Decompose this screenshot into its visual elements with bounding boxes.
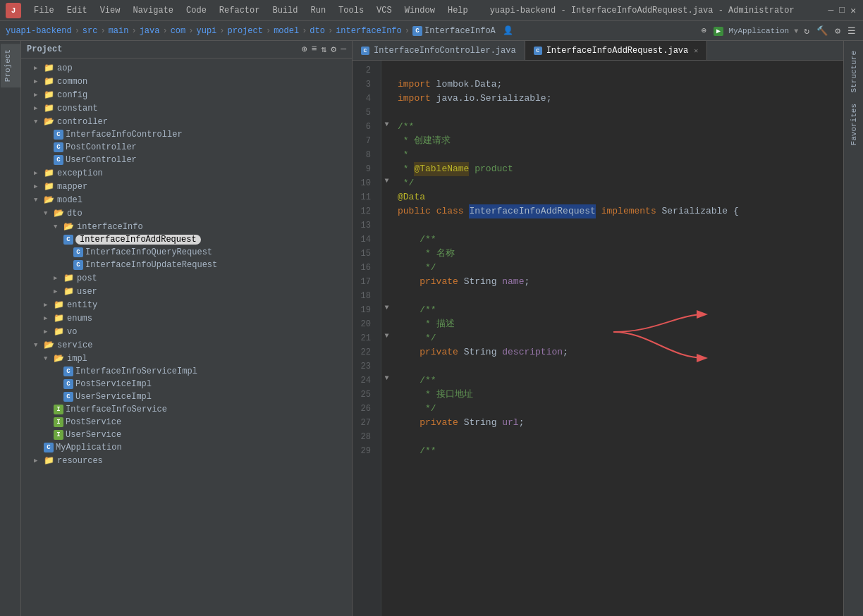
menu-refactor[interactable]: Refactor bbox=[214, 4, 266, 17]
tree-arrow-vo[interactable]: ▶ bbox=[44, 328, 54, 335]
tree-item-InterfaceInfoUpdateRequest[interactable]: C InterfaceInfoUpdateRequest bbox=[21, 259, 352, 271]
panel-icon-close[interactable]: — bbox=[341, 44, 346, 55]
menu-code[interactable]: Code bbox=[180, 4, 212, 17]
gutter-24[interactable]: ▼ bbox=[381, 371, 392, 385]
tree-arrow-dto[interactable]: ▼ bbox=[44, 210, 54, 217]
breadcrumb-yupi[interactable]: yupi bbox=[196, 26, 216, 36]
tab-close-addrequest[interactable]: ✕ bbox=[694, 47, 698, 55]
build-icon[interactable]: 🔨 bbox=[815, 24, 829, 38]
close-icon[interactable]: ✕ bbox=[849, 4, 857, 18]
panel-icon-settings[interactable]: ⚙ bbox=[331, 44, 336, 55]
panel-icon-expand[interactable]: ⇅ bbox=[322, 44, 327, 55]
tree-item-dto[interactable]: ▼ 📂 dto bbox=[21, 207, 352, 220]
menu-view[interactable]: View bbox=[94, 4, 126, 17]
tree-item-mapper[interactable]: ▶ 📁 mapper bbox=[21, 180, 352, 193]
tree-item-PostService[interactable]: I PostService bbox=[21, 416, 352, 429]
breadcrumb-interfaceinfo[interactable]: interfaceInfo bbox=[336, 26, 402, 36]
breadcrumb-model[interactable]: model bbox=[274, 26, 299, 36]
menu-build[interactable]: Build bbox=[267, 4, 303, 17]
menu-edit[interactable]: Edit bbox=[61, 4, 93, 17]
tree-arrow-enums[interactable]: ▶ bbox=[44, 314, 54, 322]
tree-item-UserController[interactable]: C UserController bbox=[21, 154, 352, 166]
tree-item-UserService[interactable]: I UserService bbox=[21, 429, 352, 441]
minimize-icon[interactable]: — bbox=[827, 4, 836, 17]
tree-arrow-resources[interactable]: ▶ bbox=[34, 457, 44, 464]
tree-arrow-config[interactable]: ▶ bbox=[34, 91, 44, 99]
breadcrumb-src[interactable]: src bbox=[82, 26, 98, 36]
tree-arrow-exception[interactable]: ▶ bbox=[34, 169, 44, 177]
menu-file[interactable]: File bbox=[28, 4, 60, 17]
tree-arrow-mapper[interactable]: ▶ bbox=[34, 183, 44, 190]
menu-help[interactable]: Help bbox=[442, 4, 474, 17]
tree-item-InterfaceInfoServiceImpl[interactable]: C InterfaceInfoServiceImpl bbox=[21, 365, 352, 378]
breadcrumb-person-icon[interactable]: 👤 bbox=[503, 25, 513, 36]
tab-InterfaceInfoAddRequest[interactable]: C InterfaceInfoAddRequest.java ✕ bbox=[525, 41, 708, 60]
tree-item-controller[interactable]: ▼ 📂 controller bbox=[21, 115, 352, 128]
tree-arrow-common[interactable]: ▶ bbox=[34, 78, 44, 85]
tree-item-InterfaceInfoAddRequest[interactable]: C InterfaceInfoAddRequest bbox=[21, 233, 352, 246]
tree-item-resources[interactable]: ▶ 📁 resources bbox=[21, 454, 352, 467]
tree-item-interfaceInfo[interactable]: ▼ 📂 interfaceInfo bbox=[21, 220, 352, 233]
tree-item-common[interactable]: ▶ 📁 common bbox=[21, 75, 352, 88]
tree-item-entity[interactable]: ▶ 📁 entity bbox=[21, 298, 352, 312]
refresh-icon[interactable]: ↻ bbox=[802, 24, 811, 38]
settings-icon[interactable]: ⚙ bbox=[833, 24, 842, 38]
tree-arrow-controller[interactable]: ▼ bbox=[34, 118, 44, 125]
project-tab-label[interactable]: Project bbox=[1, 44, 20, 87]
tree-item-InterfaceInfoQueryRequest[interactable]: C InterfaceInfoQueryRequest bbox=[21, 246, 352, 259]
tree-arrow-entity[interactable]: ▶ bbox=[44, 301, 54, 309]
tree-item-user[interactable]: ▶ 📁 user bbox=[21, 285, 352, 298]
tree-arrow-constant[interactable]: ▶ bbox=[34, 104, 44, 112]
favorites-tab[interactable]: Favorites bbox=[847, 99, 860, 149]
gutter-19[interactable]: ▼ bbox=[381, 300, 392, 314]
menu-tools[interactable]: Tools bbox=[333, 4, 369, 17]
locate-icon[interactable]: ⊕ bbox=[699, 24, 709, 37]
tree-item-service[interactable]: ▼ 📂 service bbox=[21, 338, 352, 352]
tree-arrow-interfaceInfo[interactable]: ▼ bbox=[54, 223, 63, 230]
code-editor[interactable]: 2 3 4 5 6 7 8 9 10 11 12 13 14 15 16 17 … bbox=[353, 61, 863, 616]
tree-item-InterfaceInfoController[interactable]: C InterfaceInfoController bbox=[21, 128, 352, 141]
toolbar-icon-1[interactable]: ☰ bbox=[846, 24, 857, 38]
structure-tab[interactable]: Structure bbox=[847, 47, 860, 97]
tree-item-post[interactable]: ▶ 📁 post bbox=[21, 271, 352, 285]
tree-arrow-impl[interactable]: ▼ bbox=[44, 355, 54, 362]
tree-arrow-service[interactable]: ▼ bbox=[34, 342, 44, 349]
tree-arrow-user[interactable]: ▶ bbox=[54, 288, 63, 295]
menu-navigate[interactable]: Navigate bbox=[127, 4, 179, 17]
tree-arrow-model[interactable]: ▼ bbox=[34, 197, 44, 204]
tree-item-constant[interactable]: ▶ 📁 constant bbox=[21, 101, 352, 115]
tree-item-InterfaceInfoService[interactable]: I InterfaceInfoService bbox=[21, 403, 352, 416]
breadcrumb-java[interactable]: java bbox=[140, 26, 160, 36]
breadcrumb-com[interactable]: com bbox=[171, 26, 186, 36]
project-tree[interactable]: ▶ 📁 aop ▶ 📁 common ▶ 📁 config ▶ bbox=[21, 58, 352, 616]
gutter-6[interactable]: ▼ bbox=[381, 117, 392, 131]
tree-item-enums[interactable]: ▶ 📁 enums bbox=[21, 312, 352, 325]
panel-icon-collapse[interactable]: ≡ bbox=[312, 44, 317, 55]
tree-item-config[interactable]: ▶ 📁 config bbox=[21, 88, 352, 101]
maximize-icon[interactable]: □ bbox=[838, 4, 846, 17]
tree-item-exception[interactable]: ▶ 📁 exception bbox=[21, 166, 352, 180]
breadcrumb-main[interactable]: main bbox=[109, 26, 129, 36]
tree-item-impl[interactable]: ▼ 📂 impl bbox=[21, 352, 352, 365]
run-config-dropdown[interactable]: ▶ MyApplication ▼ bbox=[714, 26, 798, 36]
tree-item-PostController[interactable]: C PostController bbox=[21, 141, 352, 154]
breadcrumb-project[interactable]: yuapi-backend bbox=[6, 26, 72, 36]
menu-bar[interactable]: File Edit View Navigate Code Refactor Bu… bbox=[28, 4, 474, 17]
tree-item-MyApplication[interactable]: C MyApplication bbox=[21, 441, 352, 454]
gutter-21[interactable]: ▼ bbox=[381, 328, 392, 343]
menu-run[interactable]: Run bbox=[305, 4, 331, 17]
tab-InterfaceInfoController[interactable]: C InterfaceInfoController.java bbox=[353, 41, 525, 60]
tree-arrow-aop[interactable]: ▶ bbox=[34, 64, 44, 72]
breadcrumb-dto[interactable]: dto bbox=[310, 26, 325, 36]
menu-vcs[interactable]: VCS bbox=[371, 4, 398, 17]
tree-item-aop[interactable]: ▶ 📁 aop bbox=[21, 61, 352, 75]
tree-arrow-post[interactable]: ▶ bbox=[54, 274, 63, 282]
tree-item-model[interactable]: ▼ 📂 model bbox=[21, 193, 352, 207]
tree-item-PostServiceImpl[interactable]: C PostServiceImpl bbox=[21, 378, 352, 390]
tree-item-vo[interactable]: ▶ 📁 vo bbox=[21, 325, 352, 338]
tree-item-UserServiceImpl[interactable]: C UserServiceImpl bbox=[21, 390, 352, 403]
menu-window[interactable]: Window bbox=[399, 4, 441, 17]
panel-icon-locate[interactable]: ⊕ bbox=[302, 44, 307, 55]
breadcrumb-project2[interactable]: project bbox=[228, 26, 263, 36]
code-content[interactable]: import lombok.Data; import java.io.Seria… bbox=[392, 61, 863, 616]
